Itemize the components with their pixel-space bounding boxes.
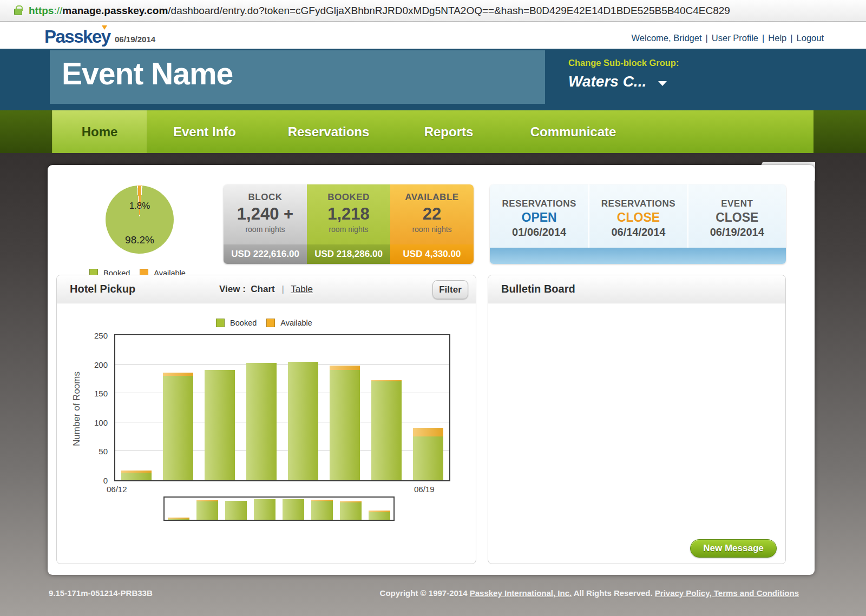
url-path: /dashboard/entry.do?token=cGFydGljaXBhbn… xyxy=(168,5,730,16)
bar-06/14 xyxy=(225,501,247,520)
event-title: Event Name xyxy=(50,50,545,91)
bar-06/15 xyxy=(246,363,277,480)
block-label: BLOCK xyxy=(224,192,307,203)
view-table-option[interactable]: Table xyxy=(291,284,313,294)
new-message-button[interactable]: New Message xyxy=(690,539,777,558)
privacy-terms-link[interactable]: Privacy Policy, Terms and Conditions xyxy=(655,588,799,598)
available-value: 22 xyxy=(390,204,474,224)
booked-segment xyxy=(330,370,360,480)
nav-tab-event-info[interactable]: Event Info xyxy=(147,110,262,153)
booked-segment xyxy=(205,370,235,480)
booked-segment xyxy=(121,473,152,480)
bar-06/14 xyxy=(205,370,235,480)
y-tick-label: 100 xyxy=(84,418,108,428)
subblock-group-dropdown[interactable]: Waters C... xyxy=(568,73,679,90)
bar-06/18 xyxy=(340,501,362,520)
user-profile-link[interactable]: User Profile xyxy=(712,33,758,43)
nav-tab-reports[interactable]: Reports xyxy=(395,110,502,153)
booked-legend-label: Booked xyxy=(230,319,257,327)
passkey-logo[interactable]: Passkey xyxy=(44,27,110,47)
bar-06/19 xyxy=(369,511,390,520)
booked-segment xyxy=(283,499,304,520)
booked-label: BOOKED xyxy=(307,192,390,203)
help-link[interactable]: Help xyxy=(768,33,786,43)
bar-06/16 xyxy=(288,362,318,480)
event-close-date: EVENT CLOSE 06/19/2014 xyxy=(687,184,786,248)
date-col-title: EVENT xyxy=(688,198,786,209)
date-col-status: CLOSE xyxy=(688,210,786,225)
logout-link[interactable]: Logout xyxy=(797,33,824,43)
view-separator: | xyxy=(277,284,288,294)
booked-segment xyxy=(340,502,362,520)
available-segment xyxy=(413,428,443,436)
booked-segment xyxy=(225,501,247,520)
event-banner: Event Name Change Sub-block Group: Water… xyxy=(0,49,866,110)
url-input[interactable]: https://manage.passkey.com/dashboard/ent… xyxy=(29,5,730,17)
available-legend-swatch xyxy=(266,319,275,327)
booked-segment xyxy=(163,376,193,480)
x-axis-last-label: 06/19 xyxy=(414,485,435,494)
url-host: manage.passkey.com xyxy=(62,5,168,16)
bar-06/19 xyxy=(413,428,443,480)
bar-06/13 xyxy=(196,500,218,520)
current-date: 06/19/2014 xyxy=(115,35,155,44)
x-axis-first-label: 06/12 xyxy=(107,485,127,494)
y-tick-label: 250 xyxy=(84,331,108,341)
block-amount: USD 222,616.00 xyxy=(224,244,307,264)
y-tick-label: 200 xyxy=(84,360,108,370)
reservations-open-date: RESERVATIONS OPEN 01/06/2014 xyxy=(490,184,588,248)
hotel-pickup-header: Hotel Pickup View : Chart | Table Filter xyxy=(57,275,476,303)
view-switcher: View : Chart | Table xyxy=(219,284,313,295)
nav-tab-home[interactable]: Home xyxy=(52,110,147,153)
bulletin-board-header: Bulletin Board xyxy=(488,275,785,303)
booked-stat: BOOKED 1,218 room nights USD 218,286.00 xyxy=(307,184,390,264)
booked-segment xyxy=(371,381,402,480)
available-legend-label: Available xyxy=(280,319,312,327)
block-value: 1,240 + xyxy=(224,204,307,224)
bar-06/17 xyxy=(330,366,360,480)
date-col-status: CLOSE xyxy=(589,210,687,225)
logo-accent-icon xyxy=(102,25,107,30)
date-col-title: RESERVATIONS xyxy=(589,198,687,209)
link-separator: | xyxy=(786,33,796,43)
lock-icon xyxy=(14,9,22,15)
view-chart-option[interactable]: Chart xyxy=(251,284,274,294)
chart-legend: Booked Available xyxy=(57,319,476,327)
chart-overview-brush[interactable] xyxy=(163,496,395,521)
url-separator: :// xyxy=(54,5,62,16)
date-col-value: 06/19/2014 xyxy=(688,226,786,239)
booked-segment xyxy=(168,519,189,520)
bar-06/12 xyxy=(121,471,152,480)
date-col-status: OPEN xyxy=(490,210,588,225)
browser-address-bar[interactable]: https://manage.passkey.com/dashboard/ent… xyxy=(0,0,866,22)
user-menu: Welcome, Bridget|User Profile|Help|Logou… xyxy=(632,33,824,43)
bulletin-board-panel: Bulletin Board New Message xyxy=(488,275,786,564)
y-tick-label: 150 xyxy=(84,389,108,399)
chevron-down-icon xyxy=(658,81,667,86)
available-stat: AVAILABLE 22 room nights USD 4,330.00 xyxy=(390,184,474,264)
bar-06/18 xyxy=(371,380,402,480)
link-separator: | xyxy=(702,33,712,43)
booked-amount: USD 218,286.00 xyxy=(307,244,390,264)
pie-booked-percent: 98.2% xyxy=(102,234,178,246)
nav-tab-communicate[interactable]: Communicate xyxy=(502,110,644,153)
nav-tab-reservations[interactable]: Reservations xyxy=(262,110,395,153)
bar-06/17 xyxy=(311,500,333,520)
available-label: AVAILABLE xyxy=(390,192,474,203)
hotel-pickup-panel: Hotel Pickup View : Chart | Table Filter… xyxy=(56,275,476,564)
available-unit: room nights xyxy=(390,225,474,234)
filter-button[interactable]: Filter xyxy=(432,280,468,299)
change-subblock-label: Change Sub-block Group: xyxy=(568,58,679,68)
booked-legend-swatch xyxy=(216,319,225,327)
dates-progress-bar xyxy=(490,248,786,264)
pie-available-percent: 1.8% xyxy=(102,201,178,211)
subblock-group-value: Waters C... xyxy=(568,73,646,90)
bar-06/16 xyxy=(283,499,304,520)
main-nav: Home Event Info Reservations Reports Com… xyxy=(0,110,866,153)
bar-06/15 xyxy=(254,499,275,520)
gridline xyxy=(115,364,449,365)
hotel-pickup-title: Hotel Pickup xyxy=(70,283,135,295)
event-dates-panel: RESERVATIONS OPEN 01/06/2014 RESERVATION… xyxy=(490,184,786,264)
date-col-value: 01/06/2014 xyxy=(490,226,588,239)
company-link[interactable]: Passkey International, Inc. xyxy=(470,588,572,598)
